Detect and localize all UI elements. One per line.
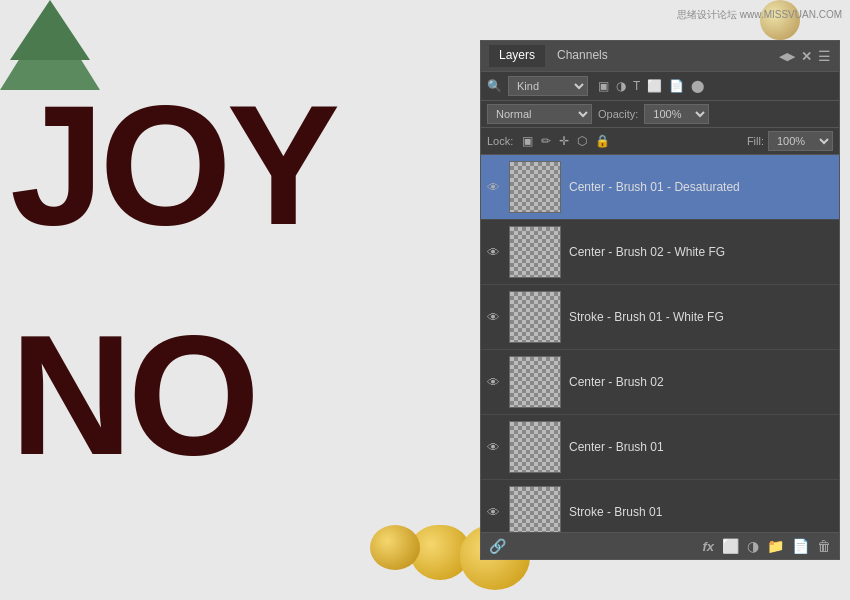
layer-name: Stroke - Brush 01 bbox=[569, 505, 662, 519]
tab-channels[interactable]: Channels bbox=[547, 45, 618, 67]
bottom-icons-right: fx ⬜ ◑ 📁 📄 🗑 bbox=[702, 538, 831, 554]
delete-layer-icon[interactable]: 🗑 bbox=[817, 538, 831, 554]
lock-artboard-icon[interactable]: ⬡ bbox=[575, 133, 589, 149]
blend-row: Normal Multiply Screen Overlay Opacity: … bbox=[481, 101, 839, 128]
layer-name: Center - Brush 01 - Desaturated bbox=[569, 180, 740, 194]
joy-text: JOY bbox=[10, 80, 335, 250]
blend-mode-select[interactable]: Normal Multiply Screen Overlay bbox=[487, 104, 592, 124]
layer-thumbnail bbox=[509, 486, 561, 532]
visibility-icon[interactable]: 👁 bbox=[487, 245, 505, 260]
pixel-filter-icon[interactable]: ▣ bbox=[596, 78, 611, 94]
new-layer-icon[interactable]: 📄 bbox=[792, 538, 809, 554]
close-icon[interactable]: ✕ bbox=[801, 49, 812, 64]
layer-name: Center - Brush 02 - White FG bbox=[569, 245, 725, 259]
color-filter-icon[interactable]: ⬤ bbox=[689, 78, 706, 94]
layer-thumbnail bbox=[509, 421, 561, 473]
visibility-icon[interactable]: 👁 bbox=[487, 375, 505, 390]
opacity-select[interactable]: 100% 75% 50% 25% bbox=[644, 104, 709, 124]
filter-kind-select[interactable]: Kind Name Effect bbox=[508, 76, 588, 96]
fill-select[interactable]: 100% 75% 50% bbox=[768, 131, 833, 151]
opacity-label: Opacity: bbox=[598, 108, 638, 120]
layer-item[interactable]: 👁 Center - Brush 01 bbox=[481, 415, 839, 480]
lock-icons: ▣ ✏ ✛ ⬡ 🔒 bbox=[520, 133, 612, 149]
panel-controls-right: ◀▶ ✕ ☰ bbox=[779, 48, 831, 64]
no-text: NO bbox=[10, 310, 255, 480]
collapse-icon[interactable]: ◀▶ bbox=[779, 50, 795, 63]
lock-position-icon[interactable]: ✛ bbox=[557, 133, 571, 149]
lock-all-icon[interactable]: 🔒 bbox=[593, 133, 612, 149]
link-layers-icon[interactable]: 🔗 bbox=[489, 538, 506, 554]
lock-paint-icon[interactable]: ✏ bbox=[539, 133, 553, 149]
type-filter-icon[interactable]: T bbox=[631, 78, 642, 94]
panel-menu-icon[interactable]: ☰ bbox=[818, 48, 831, 64]
lock-row: Lock: ▣ ✏ ✛ ⬡ 🔒 Fill: 100% 75% 50% bbox=[481, 128, 839, 155]
fx-icon[interactable]: fx bbox=[702, 539, 714, 554]
visibility-icon[interactable]: 👁 bbox=[487, 180, 505, 195]
add-adjustment-icon[interactable]: ◑ bbox=[747, 538, 759, 554]
panel-tabs: Layers Channels bbox=[489, 45, 618, 67]
layer-name: Stroke - Brush 01 - White FG bbox=[569, 310, 724, 324]
tab-layers[interactable]: Layers bbox=[489, 45, 545, 67]
layer-thumbnail bbox=[509, 226, 561, 278]
layer-thumbnail bbox=[509, 161, 561, 213]
layer-thumbnail bbox=[509, 291, 561, 343]
layer-item[interactable]: 👁 Center - Brush 01 - Desaturated bbox=[481, 155, 839, 220]
panel-bottom: 🔗 fx ⬜ ◑ 📁 📄 🗑 bbox=[481, 532, 839, 559]
layer-thumbnail bbox=[509, 356, 561, 408]
bottom-icons-left: 🔗 bbox=[489, 538, 506, 554]
shape-filter-icon[interactable]: ⬜ bbox=[645, 78, 664, 94]
layers-list: 👁 Center - Brush 01 - Desaturated 👁 Cent… bbox=[481, 155, 839, 532]
visibility-icon[interactable]: 👁 bbox=[487, 440, 505, 455]
filter-row: 🔍 Kind Name Effect ▣ ◑ T ⬜ 📄 ⬤ bbox=[481, 72, 839, 101]
layer-item[interactable]: 👁 Stroke - Brush 01 - White FG bbox=[481, 285, 839, 350]
watermark: 思绪设计论坛 www.MISSVUAN.COM bbox=[677, 8, 842, 22]
add-mask-icon[interactable]: ⬜ bbox=[722, 538, 739, 554]
layer-name: Center - Brush 02 bbox=[569, 375, 664, 389]
ornament-3 bbox=[370, 525, 420, 570]
panel-titlebar: Layers Channels ◀▶ ✕ ☰ bbox=[481, 41, 839, 72]
search-icon: 🔍 bbox=[487, 79, 502, 93]
fill-label: Fill: bbox=[747, 135, 764, 147]
visibility-icon[interactable]: 👁 bbox=[487, 310, 505, 325]
layer-name: Center - Brush 01 bbox=[569, 440, 664, 454]
layer-item[interactable]: 👁 Stroke - Brush 01 bbox=[481, 480, 839, 532]
filter-icons: ▣ ◑ T ⬜ 📄 ⬤ bbox=[596, 78, 706, 94]
adjustment-filter-icon[interactable]: ◑ bbox=[614, 78, 628, 94]
layer-item[interactable]: 👁 Center - Brush 02 - White FG bbox=[481, 220, 839, 285]
lock-label: Lock: bbox=[487, 135, 513, 147]
smart-filter-icon[interactable]: 📄 bbox=[667, 78, 686, 94]
new-group-icon[interactable]: 📁 bbox=[767, 538, 784, 554]
visibility-icon[interactable]: 👁 bbox=[487, 505, 505, 520]
layers-panel: Layers Channels ◀▶ ✕ ☰ 🔍 Kind Name Effec… bbox=[480, 40, 840, 560]
layer-item[interactable]: 👁 Center - Brush 02 bbox=[481, 350, 839, 415]
lock-transparent-icon[interactable]: ▣ bbox=[520, 133, 535, 149]
